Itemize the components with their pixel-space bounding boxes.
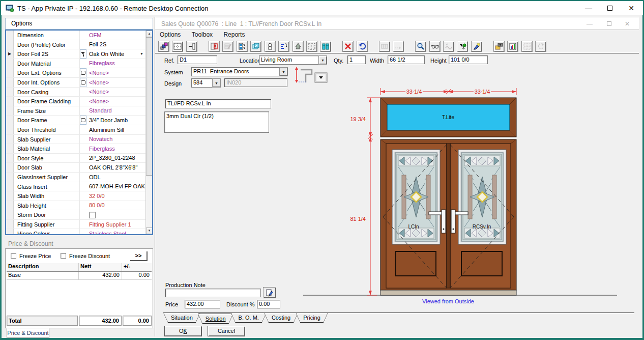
- price-input[interactable]: 432.00: [185, 300, 220, 308]
- tab[interactable]: Costing: [264, 313, 298, 323]
- tb-options-list-button[interactable]: [278, 41, 289, 52]
- tab[interactable]: Pricing: [296, 313, 328, 323]
- system-select[interactable]: PR11 Entrance Doors▼: [191, 67, 288, 76]
- option-icon[interactable]: [80, 97, 86, 106]
- option-value[interactable]: 32 0/0: [86, 191, 145, 201]
- tb-view-3d-button[interactable]: [429, 41, 441, 52]
- quote-minimize-button[interactable]: —: [581, 17, 598, 30]
- option-icon[interactable]: [80, 201, 86, 210]
- option-row[interactable]: Slab Height 80 0/0: [6, 201, 145, 211]
- option-value[interactable]: <None>: [86, 97, 145, 106]
- option-row[interactable]: Door Ext. Options <None>: [6, 68, 145, 78]
- tab[interactable]: B. O. M.: [231, 313, 267, 323]
- option-icon[interactable]: [80, 220, 86, 229]
- option-icon[interactable]: [80, 116, 86, 125]
- tb-swap-colors-button[interactable]: [457, 41, 468, 52]
- option-row[interactable]: Door Foil 2S Oak On White: [6, 49, 145, 59]
- option-row[interactable]: Door Frame Cladding <None>: [6, 97, 145, 106]
- option-row[interactable]: Door Int. Options <None>: [6, 78, 145, 88]
- tb-door-handle-button[interactable]: [265, 41, 276, 52]
- option-icon[interactable]: [80, 154, 86, 163]
- option-icon[interactable]: [80, 182, 86, 191]
- tab[interactable]: Solution: [198, 314, 233, 324]
- option-row[interactable]: Slab Supplier Novatech: [6, 135, 145, 145]
- price-discount-tab[interactable]: Price & Discount: [7, 328, 49, 338]
- minimize-button[interactable]: —: [578, 1, 599, 15]
- option-row[interactable]: Door (Profile) Color Foil 2S: [6, 40, 145, 50]
- option-icon[interactable]: [80, 191, 86, 201]
- design-dropdown-icon[interactable]: ▼: [212, 78, 221, 88]
- scroll-up-icon[interactable]: ▲: [146, 31, 153, 37]
- freeze-price-checkbox[interactable]: [11, 253, 16, 259]
- ref-input[interactable]: D1: [178, 55, 217, 64]
- option-icon[interactable]: [80, 59, 86, 68]
- option-icon[interactable]: [80, 40, 86, 49]
- location-select[interactable]: Living Room▼: [259, 55, 327, 65]
- option-value[interactable]: Fiberglass: [86, 144, 145, 153]
- qty-input[interactable]: 1: [347, 55, 366, 64]
- option-value[interactable]: Stainless Steel: [86, 229, 145, 234]
- option-icon[interactable]: [80, 229, 86, 234]
- menu-reports[interactable]: Reports: [219, 30, 249, 38]
- system-dropdown-icon[interactable]: ▼: [279, 67, 288, 76]
- option-value[interactable]: Oak On White: [86, 49, 145, 59]
- quote-maximize-button[interactable]: [600, 17, 618, 30]
- tb-door-elevation-button[interactable]: [186, 41, 197, 52]
- tb-texture-pattern-button[interactable]: [306, 41, 317, 52]
- tb-export-arrow-button[interactable]: [292, 41, 304, 52]
- ok-button[interactable]: OK: [164, 326, 202, 336]
- option-row[interactable]: Door Threshold Aluminium Sill: [6, 125, 145, 135]
- option-value[interactable]: Fibreglass: [86, 59, 145, 68]
- option-row[interactable]: Slab Material Fiberglass: [6, 144, 145, 154]
- option-icon[interactable]: [80, 210, 86, 219]
- option-value[interactable]: [86, 210, 145, 219]
- option-row[interactable]: GlassInsert Supplier ODL: [6, 173, 145, 182]
- option-value[interactable]: OFM: [86, 31, 145, 40]
- option-row[interactable]: Door Style 2P_3280_01-2248: [6, 154, 145, 163]
- option-icon[interactable]: [80, 144, 86, 153]
- option-value[interactable]: Fitting Supplier 1: [86, 220, 145, 229]
- scroll-down-icon[interactable]: ▼: [146, 228, 153, 234]
- tb-paint-button[interactable]: [471, 41, 482, 52]
- option-value[interactable]: 607-MOH-Evl FP OAK: [86, 182, 145, 191]
- tb-double-doors-button[interactable]: [320, 41, 331, 52]
- menu-toolbox[interactable]: Toolbox: [187, 30, 217, 38]
- option-row[interactable]: Storm Door: [6, 210, 145, 220]
- option-value[interactable]: Foil 2S: [86, 40, 145, 49]
- option-value[interactable]: OAK ORL 2'8"X6'8": [86, 163, 145, 172]
- option-row[interactable]: Hinge Colour Stainless Steel: [6, 229, 145, 234]
- menu-options[interactable]: Options: [155, 30, 185, 38]
- glass-spec-box[interactable]: 3mm Dual Clr (1/2): [164, 111, 269, 133]
- dropdown-arrow-icon[interactable]: [140, 49, 143, 59]
- option-row[interactable]: Fitting Supplier Fitting Supplier 1: [6, 220, 145, 230]
- options-scrollbar[interactable]: ▲ ▼: [145, 31, 152, 234]
- option-icon[interactable]: [80, 135, 86, 144]
- tb-color-chart-button[interactable]: [507, 41, 518, 52]
- option-icon[interactable]: [80, 78, 86, 87]
- option-value[interactable]: <None>: [86, 88, 145, 97]
- tb-delete-button[interactable]: [342, 41, 354, 52]
- option-value[interactable]: Aluminium Sill: [86, 125, 145, 134]
- option-icon[interactable]: [80, 163, 86, 172]
- cancel-button[interactable]: Cancel: [208, 326, 245, 336]
- tb-undo-button[interactable]: [357, 41, 368, 52]
- tb-glazing-button[interactable]: [250, 41, 261, 52]
- height-input[interactable]: 101 0/0: [449, 55, 488, 64]
- location-dropdown-icon[interactable]: ▼: [318, 55, 327, 65]
- option-icon[interactable]: [80, 88, 86, 97]
- option-icon[interactable]: [80, 173, 86, 182]
- freeze-discount-checkbox[interactable]: [61, 253, 66, 259]
- option-row[interactable]: Door Frame 3/4" Door Jamb: [6, 116, 145, 125]
- option-icon[interactable]: [80, 68, 86, 77]
- option-row[interactable]: Slab Width 32 0/0: [6, 191, 145, 201]
- option-value[interactable]: <None>: [86, 78, 145, 87]
- tb-insert-frame-button[interactable]: [209, 41, 220, 52]
- width-input[interactable]: 66 1/2: [388, 55, 425, 64]
- tb-hardware-settings-button[interactable]: [493, 41, 505, 52]
- tb-frame-layout-button[interactable]: [172, 41, 183, 52]
- option-value[interactable]: ODL: [86, 173, 145, 182]
- option-icon[interactable]: [80, 31, 86, 40]
- option-value[interactable]: Novatech: [86, 135, 145, 144]
- option-icon[interactable]: [80, 125, 86, 134]
- discount-input[interactable]: 0.00: [257, 300, 280, 308]
